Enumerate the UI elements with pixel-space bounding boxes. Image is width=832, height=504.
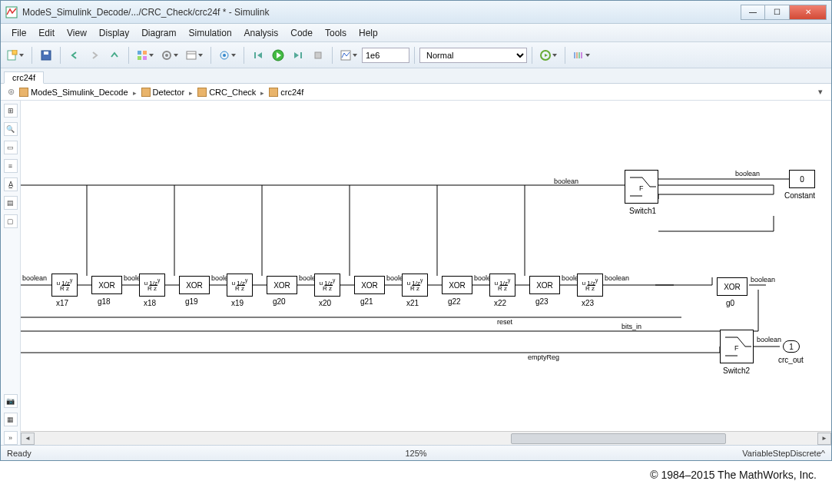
fit-icon[interactable]: ▭	[4, 141, 18, 154]
block-label-switch2: Switch2	[723, 366, 750, 375]
block-label-x23: x23	[582, 299, 594, 307]
memory-block-x22[interactable]: u 1/zyR z	[489, 274, 515, 297]
library-browser-button[interactable]	[134, 46, 157, 65]
breadcrumb-sep	[259, 88, 266, 97]
memory-block-x20[interactable]: u 1/zyR z	[314, 274, 340, 297]
simulation-mode-select[interactable]: Normal	[419, 48, 527, 63]
breadcrumb-detector[interactable]: Detector	[141, 88, 185, 97]
step-forward-button[interactable]	[289, 46, 307, 65]
up-button[interactable]	[105, 46, 124, 65]
status-solver: VariableStepDiscrete^	[557, 449, 831, 458]
block-label-g22: g22	[448, 297, 461, 306]
scroll-track[interactable]	[35, 432, 817, 445]
window-buttons: — ☐ ✕	[741, 5, 827, 20]
screenshot-icon[interactable]: 📷	[4, 394, 18, 408]
stop-time-input[interactable]	[362, 48, 409, 63]
xor-block-g22[interactable]: XOR	[442, 276, 472, 294]
breadcrumb-crc-check[interactable]: CRC_Check	[197, 88, 256, 97]
copyright-text: © 1984–2015 The MathWorks, Inc.	[0, 461, 832, 484]
titlebar: ModeS_Simulink_Decode/.../CRC_Check/crc2…	[1, 1, 831, 24]
memory-block-x17[interactable]: u 1/zyR z	[51, 274, 78, 297]
block-label-g19: g19	[185, 297, 198, 306]
step-back-button[interactable]	[249, 46, 267, 65]
svg-rect-6	[143, 51, 147, 55]
menu-diagram[interactable]: Diagram	[135, 25, 182, 41]
memory-block-x19[interactable]: u 1/zyR z	[227, 274, 253, 297]
scope-signal-button[interactable]	[337, 46, 360, 65]
close-button[interactable]: ✕	[790, 5, 827, 20]
xor-block-g18[interactable]: XOR	[91, 276, 122, 294]
expand-icon[interactable]: »	[4, 431, 18, 445]
block-label-x17: x17	[56, 299, 68, 307]
explorer-button[interactable]	[183, 46, 206, 65]
forward-button[interactable]	[85, 46, 104, 65]
image-icon[interactable]: ▤	[4, 196, 18, 210]
svg-text:F: F	[639, 184, 644, 192]
app-icon	[5, 6, 18, 18]
memory-block-x21[interactable]: u 1/zyR z	[402, 274, 428, 297]
xor-block-g19[interactable]: XOR	[179, 276, 210, 294]
signal-label-bits-in: bits_in	[622, 323, 641, 330]
menu-help[interactable]: Help	[353, 25, 384, 41]
breadcrumb-crc24f[interactable]: crc24f	[269, 88, 303, 97]
back-button[interactable]	[65, 46, 84, 65]
scroll-thumb[interactable]	[511, 433, 726, 444]
menu-view[interactable]: View	[61, 25, 93, 41]
auto-arrange-icon[interactable]: ≡	[4, 159, 18, 173]
xor-block-g23[interactable]: XOR	[529, 276, 560, 294]
signal-type-label: boolean	[554, 177, 578, 185]
menu-simulation[interactable]: Simulation	[183, 25, 238, 41]
memory-block-x23[interactable]: u 1/zyR z	[577, 274, 603, 297]
signal-label-emptyreg: emptyReg	[528, 353, 559, 361]
block-label-g23: g23	[535, 297, 549, 306]
menu-tools[interactable]: Tools	[319, 25, 353, 41]
signal-type-label: boolean	[605, 274, 629, 282]
menu-analysis[interactable]: Analysis	[238, 25, 285, 41]
fastrestart-button[interactable]	[537, 46, 560, 65]
menu-display[interactable]: Display	[93, 25, 135, 41]
menu-file[interactable]: File	[5, 25, 32, 41]
block-label-g20: g20	[273, 297, 286, 306]
block-label-x21: x21	[406, 299, 419, 307]
zoom-in-icon[interactable]: 🔍	[4, 122, 18, 136]
breadcrumb: ⊛ ModeS_Simulink_Decode Detector CRC_Che…	[1, 84, 831, 101]
xor-block-g21[interactable]: XOR	[354, 276, 385, 294]
area-icon[interactable]: ▢	[4, 214, 18, 228]
constant-block[interactable]: 0	[789, 170, 815, 188]
breadcrumb-root[interactable]: ModeS_Simulink_Decode	[19, 88, 128, 97]
run-button[interactable]	[269, 46, 287, 65]
model-config-button[interactable]	[158, 46, 181, 65]
switch1-block[interactable]: F	[625, 170, 658, 204]
menubar: File Edit View Display Diagram Simulatio…	[1, 24, 831, 42]
tab-crc24f[interactable]: crc24f	[4, 71, 44, 84]
switch2-block[interactable]: F	[720, 330, 754, 363]
hide-browser-icon[interactable]: ⊞	[4, 104, 18, 118]
breadcrumb-dropdown-icon[interactable]: ▾	[814, 87, 827, 97]
memory-block-x18[interactable]: u 1/zyR z	[139, 274, 165, 297]
menu-code[interactable]: Code	[284, 25, 319, 41]
svg-rect-11	[187, 51, 196, 59]
status-zoom: 125%	[275, 449, 558, 458]
properties-icon[interactable]: ▦	[4, 413, 18, 426]
scroll-left-icon[interactable]: ◄	[21, 433, 35, 445]
scroll-right-icon[interactable]: ►	[817, 433, 831, 445]
xor-block-g0[interactable]: XOR	[717, 277, 747, 296]
horizontal-scrollbar[interactable]: ◄ ►	[21, 431, 831, 445]
canvas-wrapper: XOR 7 boolean u 1/zyR z x17 XOR g18 bool…	[21, 101, 831, 445]
target-button[interactable]	[216, 46, 239, 65]
menu-edit[interactable]: Edit	[32, 25, 61, 41]
model-canvas[interactable]: XOR 7 boolean u 1/zyR z x17 XOR g18 bool…	[21, 101, 831, 431]
minimize-button[interactable]: —	[741, 5, 765, 20]
xor-block-g20[interactable]: XOR	[267, 276, 297, 294]
logic-analyzer-button[interactable]	[570, 46, 593, 65]
outport-crc-out[interactable]: 1	[783, 340, 800, 353]
breadcrumb-sep	[187, 88, 194, 97]
save-button[interactable]	[37, 46, 55, 65]
svg-rect-2	[12, 50, 17, 55]
breadcrumb-back-icon[interactable]: ⊛	[5, 87, 16, 97]
annotation-icon[interactable]: A̲	[4, 177, 18, 191]
new-model-button[interactable]	[4, 46, 27, 65]
maximize-button[interactable]: ☐	[765, 5, 790, 20]
window-title: ModeS_Simulink_Decode/.../CRC_Check/crc2…	[22, 7, 741, 18]
stop-button[interactable]	[309, 46, 327, 65]
